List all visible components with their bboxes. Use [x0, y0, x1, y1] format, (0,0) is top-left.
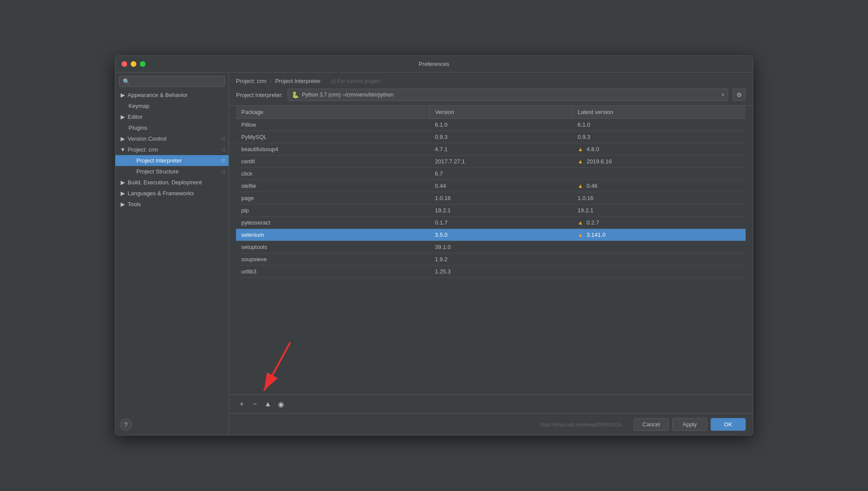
table-row[interactable]: pytesseract0.1.7▲ 0.2.7 — [236, 217, 746, 229]
breadcrumb-interpreter: Project Interpreter — [275, 78, 321, 84]
interpreter-row: Project Interpreter: 🐍 Python 3.7 (crm) … — [236, 89, 746, 101]
table-row[interactable]: click6.7 — [236, 168, 746, 180]
package-latest — [573, 241, 746, 253]
package-name: olefile — [236, 180, 430, 192]
update-arrow-icon: ▲ — [578, 183, 585, 189]
table-row[interactable]: PyMySQL0.9.30.9.3 — [236, 131, 746, 143]
package-latest: 1.0.16 — [573, 192, 746, 204]
update-arrow-icon: ▲ — [578, 158, 585, 165]
main-panel: Project: crm › Project Interpreter ⊡ For… — [229, 73, 753, 435]
package-latest: ▲ 0.2.7 — [573, 217, 746, 229]
ok-button[interactable]: OK — [711, 418, 746, 431]
breadcrumb: Project: crm › Project Interpreter ⊡ For… — [236, 78, 746, 84]
sidebar-item-version-control[interactable]: ▶ Version Control ⊡ — [115, 133, 229, 144]
package-name: pytesseract — [236, 217, 430, 229]
package-version: 1.9.2 — [430, 253, 572, 266]
update-arrow-icon: ▲ — [578, 146, 585, 152]
package-version: 0.1.7 — [430, 217, 572, 229]
interpreter-select[interactable]: 🐍 Python 3.7 (crm) ~/crm/venv/bin/python… — [288, 89, 728, 101]
maximize-button[interactable] — [140, 61, 146, 67]
sidebar-item-label: Tools — [128, 201, 141, 207]
sidebar-item-project-interpreter[interactable]: Project Interpreter ⊡ — [115, 155, 229, 166]
gear-button[interactable]: ⚙ — [733, 89, 746, 101]
package-name: setuptools — [236, 241, 430, 253]
package-name: beautifulsoup4 — [236, 143, 430, 156]
apply-button[interactable]: Apply — [672, 418, 707, 431]
chevron-down-icon: ▾ — [722, 92, 724, 98]
arrow-icon: ▶ — [121, 180, 125, 185]
package-latest: ▲ 4.8.0 — [573, 143, 746, 156]
packages-table: Package Version Latest version Pillow6.1… — [236, 106, 746, 278]
sidebar-item-keymap[interactable]: Keymap — [115, 100, 229, 111]
sidebar-item-plugins[interactable]: Plugins — [115, 122, 229, 133]
copy-icon: ⊡ — [221, 147, 225, 152]
sidebar-bottom: ? — [115, 414, 229, 435]
package-name: soupsieve — [236, 253, 430, 266]
package-version: 2017.7.27.1 — [430, 156, 572, 168]
table-row[interactable]: page1.0.161.0.16 — [236, 192, 746, 204]
preferences-dialog: Preferences 🔍 ▶ Appearance & Behavior Ke… — [115, 55, 753, 436]
add-package-button[interactable]: + — [236, 398, 247, 410]
table-row[interactable]: urllib31.25.3 — [236, 266, 746, 278]
sidebar-item-languages[interactable]: ▶ Languages & Frameworks — [115, 188, 229, 199]
table-row[interactable]: olefile0.44▲ 0.46 — [236, 180, 746, 192]
interpreter-value: Python 3.7 (crm) ~/crm/venv/bin/python — [302, 92, 722, 98]
package-latest — [573, 266, 746, 278]
search-input[interactable] — [132, 79, 221, 85]
package-version: 3.5.0 — [430, 229, 572, 241]
table-row[interactable]: setuptools39.1.0 — [236, 241, 746, 253]
table-row[interactable]: pip19.2.119.2.1 — [236, 204, 746, 217]
table-row[interactable]: soupsieve1.9.2 — [236, 253, 746, 266]
show-details-button[interactable]: ◉ — [275, 398, 287, 410]
col-header-package: Package — [236, 106, 430, 119]
remove-package-button[interactable]: − — [249, 398, 260, 410]
package-version: 1.25.3 — [430, 266, 572, 278]
search-box[interactable]: 🔍 — [119, 76, 225, 87]
package-version: 6.7 — [430, 168, 572, 180]
arrow-icon: ▶ — [121, 137, 125, 141]
upgrade-package-button[interactable]: ▲ — [262, 398, 274, 410]
copy-icon: ⊡ — [221, 169, 225, 174]
sidebar-item-editor[interactable]: ▶ Editor — [115, 111, 229, 122]
package-version: 39.1.0 — [430, 241, 572, 253]
arrow-icon: ▶ — [121, 202, 125, 207]
sidebar-item-label: Project Interpreter — [136, 157, 182, 164]
package-name: certifi — [236, 156, 430, 168]
cancel-button[interactable]: Cancel — [634, 418, 669, 431]
package-name: selenium — [236, 229, 430, 241]
col-header-latest: Latest version — [573, 106, 746, 119]
sidebar-item-label: Keymap — [128, 103, 149, 109]
package-latest: 6.1.0 — [573, 119, 746, 131]
sidebar-item-project-structure[interactable]: Project Structure ⊡ — [115, 166, 229, 177]
gear-icon: ⚙ — [736, 91, 742, 98]
package-version: 6.1.0 — [430, 119, 572, 131]
col-header-version: Version — [430, 106, 572, 119]
dialog-content: 🔍 ▶ Appearance & Behavior Keymap ▶ Edito… — [115, 73, 753, 435]
package-latest: 19.2.1 — [573, 204, 746, 217]
sidebar-item-label: Editor — [128, 114, 142, 120]
python-icon: 🐍 — [292, 91, 299, 99]
titlebar: Preferences — [115, 56, 753, 73]
table-toolbar: + − ▲ ◉ — [229, 394, 753, 413]
sidebar-item-label: Version Control — [128, 135, 167, 142]
update-arrow-icon: ▲ — [578, 232, 585, 238]
table-row[interactable]: certifi2017.7.27.1▲ 2019.6.16 — [236, 156, 746, 168]
table-row[interactable]: beautifulsoup44.7.1▲ 4.8.0 — [236, 143, 746, 156]
sidebar-item-label: Project: crm — [128, 146, 158, 153]
sidebar-item-build-execution[interactable]: ▶ Build, Execution, Deployment — [115, 177, 229, 188]
help-button[interactable]: ? — [120, 418, 132, 431]
minimize-button[interactable] — [131, 61, 136, 67]
table-row[interactable]: selenium3.5.0▲ 3.141.0 — [236, 229, 746, 241]
table-row[interactable]: Pillow6.1.06.1.0 — [236, 119, 746, 131]
close-button[interactable] — [122, 61, 127, 67]
dialog-footer: https://blog.csdn.net/kang9399052316 Can… — [229, 413, 753, 435]
search-icon: 🔍 — [123, 78, 130, 85]
packages-table-container: Package Version Latest version Pillow6.1… — [236, 106, 746, 394]
sidebar-item-tools[interactable]: ▶ Tools — [115, 199, 229, 210]
sidebar-item-project-crm[interactable]: ▼ Project: crm ⊡ — [115, 144, 229, 155]
sidebar-item-appearance[interactable]: ▶ Appearance & Behavior — [115, 90, 229, 100]
copy-icon: ⊡ — [221, 158, 225, 163]
arrow-icon: ▶ — [121, 191, 125, 196]
arrow-icon: ▶ — [121, 93, 125, 97]
package-name: page — [236, 192, 430, 204]
